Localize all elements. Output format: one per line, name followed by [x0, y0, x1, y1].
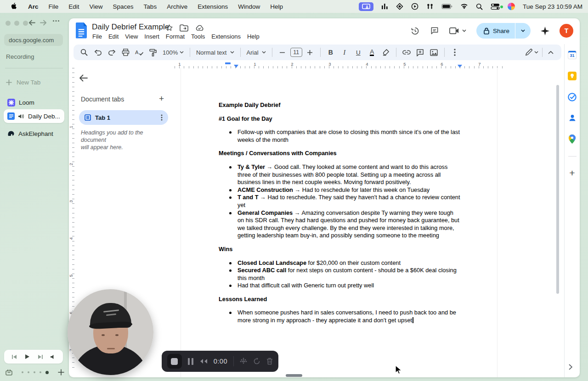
- new-tab-button[interactable]: New Tab: [6, 79, 40, 86]
- document-page[interactable]: Example Daily Debrief #1 Goal for the Da…: [181, 68, 498, 377]
- pause-recording-icon[interactable]: [188, 358, 193, 365]
- right-indent-marker[interactable]: [458, 65, 462, 68]
- loom-webcam-bubble[interactable]: [68, 289, 153, 375]
- apple-menu-icon[interactable]: [6, 3, 23, 10]
- close-window-button[interactable]: [6, 21, 11, 26]
- contacts-app-icon[interactable]: [568, 114, 577, 122]
- screen-recording-indicator-icon[interactable]: [359, 2, 373, 11]
- hide-menus-icon[interactable]: [545, 46, 557, 58]
- back-button[interactable]: [28, 20, 35, 26]
- paint-format-icon[interactable]: [147, 46, 159, 58]
- spotlight-search-icon[interactable]: [476, 3, 483, 10]
- add-tab-icon[interactable]: +: [159, 94, 164, 104]
- move-to-folder-icon[interactable]: [180, 24, 188, 32]
- library-icon[interactable]: [6, 369, 12, 375]
- menubar-clock[interactable]: Tue Sep 23 10:59 AM: [523, 3, 582, 10]
- menu-view[interactable]: View: [85, 3, 108, 10]
- media-controls[interactable]: [4, 350, 63, 364]
- keep-app-icon[interactable]: [568, 72, 577, 80]
- menu-file[interactable]: File: [44, 3, 64, 10]
- forward-button[interactable]: [40, 20, 47, 26]
- new-space-icon[interactable]: [58, 369, 64, 375]
- docs-menu-insert[interactable]: Insert: [141, 33, 163, 40]
- document-title[interactable]: Daily Debrief Example: [92, 22, 169, 32]
- space-dot-active[interactable]: [45, 371, 49, 374]
- drawing-tools-icon[interactable]: [240, 358, 247, 365]
- add-comment-icon[interactable]: [414, 46, 426, 58]
- insert-image-icon[interactable]: [428, 46, 440, 58]
- docs-menu-edit[interactable]: Edit: [105, 33, 122, 40]
- diamond-app-icon[interactable]: [396, 3, 403, 10]
- menu-edit[interactable]: Edit: [63, 3, 84, 10]
- google-docs-logo[interactable]: [75, 22, 88, 39]
- wifi-icon[interactable]: [460, 4, 468, 10]
- paragraph-style-select[interactable]: Normal text: [194, 46, 236, 58]
- highlight-color-icon[interactable]: [380, 46, 392, 58]
- play-icon[interactable]: [25, 354, 30, 359]
- space-dot[interactable]: [28, 371, 29, 373]
- window-controls[interactable]: [6, 21, 28, 26]
- account-avatar[interactable]: T: [560, 24, 573, 38]
- url-bar[interactable]: docs.google.com: [4, 34, 63, 46]
- horizontal-ruler[interactable]: 1 1 2 3 4 5 6 7: [175, 62, 503, 68]
- volume-icon[interactable]: [51, 354, 56, 359]
- restart-rewind-icon[interactable]: [199, 359, 208, 364]
- docs-menu-extensions[interactable]: Extensions: [208, 33, 244, 40]
- pin-sparkle-icon[interactable]: [541, 27, 549, 35]
- tasks-app-icon[interactable]: [568, 93, 577, 101]
- space-dot[interactable]: [40, 371, 41, 373]
- toolbar-overflow-icon[interactable]: [449, 46, 461, 58]
- increase-font-size-icon[interactable]: [304, 46, 316, 58]
- expand-side-panel-icon[interactable]: [569, 364, 572, 370]
- control-center-icon[interactable]: [491, 3, 500, 10]
- editing-mode-button[interactable]: [524, 46, 540, 58]
- spell-check-icon[interactable]: A: [133, 46, 145, 58]
- previous-track-icon[interactable]: [11, 354, 17, 359]
- docs-menu-help[interactable]: Help: [244, 33, 263, 40]
- battery-icon[interactable]: [441, 4, 452, 9]
- next-track-icon[interactable]: [37, 354, 43, 359]
- meet-video-call-button[interactable]: [449, 27, 466, 34]
- sidebar-tab-askelephant[interactable]: AskElephant: [4, 127, 64, 140]
- play-circle-icon[interactable]: [411, 3, 418, 10]
- document-tab-1[interactable]: Tab 1: [79, 110, 168, 125]
- text-color-button[interactable]: A: [366, 46, 378, 58]
- hide-tabs-panel-icon[interactable]: [79, 74, 88, 82]
- search-menus-icon[interactable]: [78, 46, 90, 58]
- vertical-scrollbar[interactable]: [556, 85, 559, 294]
- docs-menu-tools[interactable]: Tools: [188, 33, 208, 40]
- space-dot[interactable]: [22, 371, 23, 373]
- star-icon[interactable]: [165, 24, 173, 32]
- decrease-font-size-icon[interactable]: [277, 46, 288, 58]
- stop-recording-button[interactable]: [167, 354, 182, 369]
- menu-tabs[interactable]: Tabs: [139, 3, 162, 10]
- delete-recording-icon[interactable]: [266, 358, 273, 365]
- redo-icon[interactable]: [106, 46, 118, 58]
- stats-bars-icon[interactable]: [381, 3, 388, 10]
- sidebar-tab-daily-debrief[interactable]: Daily Deb...: [4, 109, 64, 123]
- horizontal-scrollbar[interactable]: [286, 374, 302, 377]
- menu-arc[interactable]: Arc: [23, 3, 44, 10]
- menu-window[interactable]: Window: [233, 3, 265, 10]
- insert-link-icon[interactable]: [401, 46, 413, 58]
- docs-menu-view[interactable]: View: [122, 33, 141, 40]
- docs-menu-format[interactable]: Format: [163, 33, 188, 40]
- menu-archive[interactable]: Archive: [162, 3, 192, 10]
- docs-menu-file[interactable]: File: [89, 33, 105, 40]
- space-dot[interactable]: [34, 371, 35, 373]
- zoom-select[interactable]: 100%: [161, 46, 186, 58]
- restart-recording-icon[interactable]: [253, 358, 260, 365]
- cloud-saved-icon[interactable]: [195, 25, 204, 31]
- share-dropdown-arrow[interactable]: [515, 29, 531, 32]
- tab-options-icon[interactable]: [161, 114, 163, 121]
- menu-spaces[interactable]: Spaces: [108, 3, 139, 10]
- print-icon[interactable]: [119, 46, 131, 58]
- get-add-ons-icon[interactable]: +: [569, 169, 575, 177]
- font-size-input[interactable]: 11: [290, 48, 302, 57]
- minimize-window-button[interactable]: [14, 21, 19, 26]
- maps-app-icon[interactable]: [569, 134, 576, 144]
- zoom-window-button[interactable]: [23, 21, 28, 26]
- color-wheel-app-icon[interactable]: [508, 3, 515, 10]
- menu-extensions[interactable]: Extensions: [192, 3, 233, 10]
- sidebar-tab-loom[interactable]: Loom: [4, 95, 64, 109]
